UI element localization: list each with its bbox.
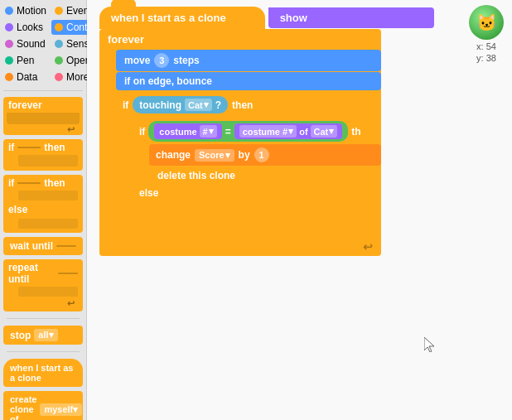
delete-clone-block[interactable]: delete this clone [149, 167, 381, 185]
cursor [424, 337, 437, 354]
data-dot [5, 73, 13, 81]
category-grid: Motion Events Looks Control Sound Sensin… [0, 0, 86, 88]
sidebar-create-clone-block[interactable]: create clone of myself▾ [3, 391, 83, 420]
if-touching-block[interactable]: if touching Cat▾ ? then [116, 91, 381, 238]
sidebar-item-pen[interactable]: Pen [2, 53, 50, 68]
sound-dot [5, 40, 13, 48]
control-dot [55, 23, 63, 31]
costume-eq-block[interactable]: costume #▾ = costu [148, 121, 348, 142]
costume-num-block[interactable]: costume #▾ [154, 123, 221, 139]
sidebar-wait-until-block[interactable]: wait until [3, 237, 83, 255]
change-score-block[interactable]: change Score▾ by 1 [149, 144, 381, 166]
sidebar-item-data[interactable]: Data [2, 70, 50, 84]
sidebar-clone-hat-block[interactable]: when I start as a clone [3, 359, 83, 387]
pen-dot [5, 56, 13, 65]
if-costume-block[interactable]: if costume #▾ [133, 116, 381, 229]
sidebar-if-else-block[interactable]: if then else [3, 175, 83, 233]
looks-dot [5, 23, 13, 31]
sidebar: Motion Events Looks Control Sound Sensin… [0, 0, 87, 420]
if-touching-body: if costume #▾ [133, 116, 381, 229]
if-on-edge-block[interactable]: if on edge, bounce [116, 72, 381, 90]
sidebar-stop-block[interactable]: stop all▾ [3, 326, 83, 345]
if-costume-else: else [133, 185, 381, 201]
hat-block[interactable]: when I start as a clone [99, 7, 265, 29]
sidebar-if-block[interactable]: if then [3, 139, 83, 171]
forever-arrow: ↩ [99, 238, 381, 256]
move-block[interactable]: move 3 steps [116, 50, 381, 71]
events-dot [55, 7, 63, 15]
main-canvas: 🐱 x: 54 y: 38 when I start as a clone sh… [87, 0, 512, 420]
sidebar-item-looks[interactable]: Looks [2, 20, 50, 35]
costume-of-block[interactable]: costume #▾ of Cat▾ [234, 123, 343, 139]
more-dot [55, 73, 63, 81]
motion-dot [5, 7, 13, 15]
sidebar-blocks: forever ↩ if then if then else [0, 94, 86, 420]
sidebar-item-motion[interactable]: Motion [2, 3, 50, 18]
forever-body: move 3 steps if on edge, bounce if touch… [116, 50, 381, 238]
script-area: when I start as a clone show forever mov… [99, 7, 512, 256]
if-costume-body: change Score▾ by 1 [149, 144, 381, 185]
sidebar-divider-2 [7, 318, 80, 319]
show-block[interactable]: show [268, 7, 434, 28]
sidebar-forever-block[interactable]: forever ↩ [3, 97, 83, 135]
sidebar-divider-3 [7, 351, 80, 352]
sidebar-divider [3, 90, 83, 91]
touching-block[interactable]: touching Cat▾ ? [133, 96, 228, 113]
sensing-dot [55, 40, 63, 48]
sidebar-repeat-until-block[interactable]: repeat until ↩ [3, 259, 83, 311]
operators-dot [55, 56, 63, 65]
forever-block[interactable]: forever move 3 steps if on edge, bounce [99, 29, 381, 256]
sidebar-item-sound[interactable]: Sound [2, 36, 50, 51]
if-costume-else-body [149, 201, 381, 220]
forever-header: forever [99, 29, 381, 50]
